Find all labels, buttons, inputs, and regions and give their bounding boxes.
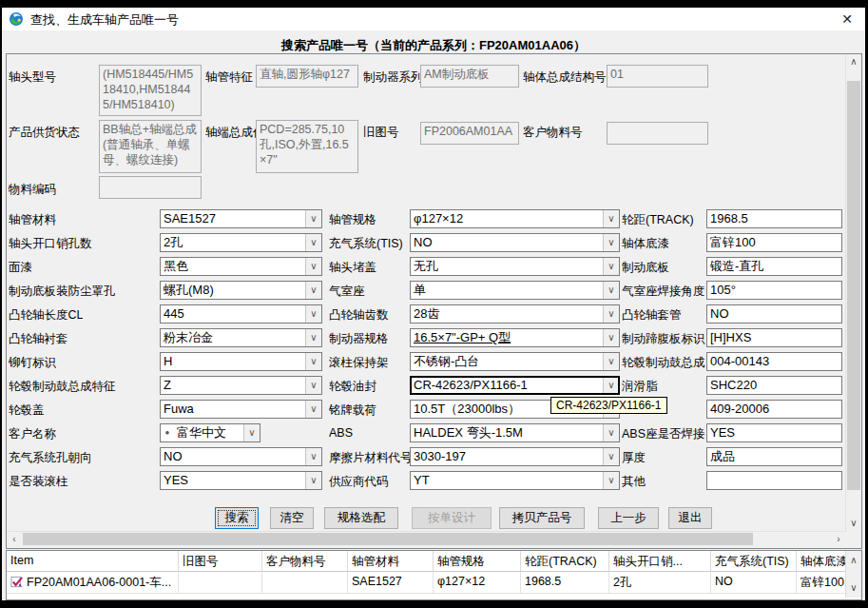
- table-cell[interactable]: SAE1527: [348, 572, 434, 594]
- field-combobox[interactable]: 16.5×7"-GP+ Q型∨: [410, 328, 620, 347]
- field-combobox[interactable]: 28齿∨: [410, 304, 620, 324]
- field-input[interactable]: YES: [706, 423, 842, 442]
- button-exit[interactable]: 退出: [668, 507, 712, 529]
- field-combobox[interactable]: 3030-197∨: [410, 447, 620, 466]
- table-cell[interactable]: FP20AM01AA06-0001-车...: [7, 572, 179, 594]
- field-combobox[interactable]: SAE1527∨: [160, 209, 322, 228]
- chevron-down-icon[interactable]: ∨: [603, 329, 619, 346]
- field-combobox[interactable]: 黑色∨: [160, 257, 322, 276]
- field-combobox[interactable]: CR-42623/PX1166-1∨: [410, 376, 620, 395]
- field-combobox[interactable]: H∨: [160, 352, 322, 371]
- field-input[interactable]: 409-20006: [706, 400, 842, 419]
- scroll-right-icon[interactable]: ›: [831, 532, 846, 546]
- table-column-header[interactable]: 充气系统(TIS): [711, 551, 797, 572]
- chevron-down-icon[interactable]: ∨: [603, 472, 619, 489]
- chevron-down-icon[interactable]: ∨: [305, 234, 321, 251]
- field-input[interactable]: 105°: [706, 281, 842, 300]
- table-cell[interactable]: 1968.5: [521, 572, 609, 594]
- field-combobox[interactable]: HALDEX 弯头-1.5M∨: [410, 423, 620, 442]
- table-scroll-up-icon[interactable]: ∧: [846, 553, 861, 568]
- form-row: 是否装滚柱YES∨供应商代码YT∨其他: [7, 470, 861, 494]
- field-combobox[interactable]: φ127×12∨: [410, 209, 620, 228]
- field-combobox[interactable]: Z∨: [160, 376, 322, 395]
- button-copy-product-no[interactable]: 拷贝产品号: [499, 507, 585, 529]
- scroll-down-icon[interactable]: ∨: [846, 516, 861, 531]
- chevron-down-icon[interactable]: ∨: [603, 377, 619, 394]
- info-label: 物料编码: [9, 182, 56, 198]
- chevron-down-icon[interactable]: ∨: [603, 210, 619, 227]
- panel-horizontal-scrollbar[interactable]: ‹ ›: [7, 531, 846, 547]
- chevron-down-icon[interactable]: ∨: [305, 282, 321, 299]
- chevron-down-icon[interactable]: ∨: [243, 424, 260, 441]
- chevron-down-icon[interactable]: ∨: [305, 401, 321, 418]
- field-combobox[interactable]: 粉末冶金∨: [160, 328, 322, 347]
- chevron-down-icon[interactable]: ∨: [603, 424, 619, 441]
- field-label: 凸轮轴齿数: [329, 307, 389, 324]
- field-input[interactable]: [H]HXS: [706, 328, 842, 347]
- field-combobox[interactable]: YT∨: [410, 471, 620, 490]
- field-combobox[interactable]: NO∨: [410, 233, 620, 252]
- chevron-down-icon[interactable]: ∨: [305, 448, 321, 465]
- horizontal-scroll-thumb[interactable]: [23, 533, 753, 545]
- chevron-down-icon[interactable]: ∨: [305, 258, 321, 275]
- chevron-down-icon[interactable]: ∨: [305, 329, 321, 346]
- field-combobox[interactable]: YES∨: [160, 471, 322, 490]
- field-value: NO: [411, 234, 603, 251]
- chevron-down-icon[interactable]: ∨: [305, 377, 321, 394]
- chevron-down-icon[interactable]: ∨: [305, 210, 321, 227]
- field-combobox[interactable]: 445∨: [160, 304, 322, 324]
- button-previous-step[interactable]: 上一步: [598, 507, 659, 529]
- table-cell[interactable]: [179, 572, 262, 594]
- chevron-down-icon[interactable]: ∨: [603, 305, 619, 323]
- field-combobox[interactable]: Fuwa∨: [160, 400, 322, 419]
- table-column-header[interactable]: 旧图号: [179, 551, 262, 572]
- field-input[interactable]: SHC220: [706, 376, 842, 395]
- field-input[interactable]: NO: [706, 304, 842, 324]
- chevron-down-icon[interactable]: ∨: [305, 305, 321, 323]
- chevron-down-icon[interactable]: ∨: [603, 353, 619, 370]
- table-column-header[interactable]: 轴管材料: [348, 551, 434, 572]
- table-cell[interactable]: NO: [711, 572, 797, 594]
- search-panel: 轴头型号 (HM518445/HM518410,HM518445/HM51841…: [6, 53, 862, 549]
- field-combobox[interactable]: 不锈钢-凸台∨: [410, 352, 620, 371]
- field-input[interactable]: 富锌100: [706, 233, 842, 252]
- field-input[interactable]: [706, 471, 842, 490]
- field-input[interactable]: 004-00143: [706, 352, 842, 371]
- chevron-down-icon[interactable]: ∨: [603, 282, 619, 299]
- scroll-up-icon[interactable]: ∧: [846, 54, 861, 69]
- chevron-down-icon[interactable]: ∨: [603, 448, 619, 465]
- vertical-scroll-thumb[interactable]: [847, 81, 860, 490]
- chevron-down-icon[interactable]: ∨: [305, 353, 321, 370]
- close-icon[interactable]: ✕: [838, 10, 857, 29]
- button-search[interactable]: 搜索: [215, 507, 259, 529]
- scroll-left-icon[interactable]: ‹: [7, 532, 22, 546]
- field-combobox[interactable]: 无孔∨: [410, 257, 620, 276]
- table-column-header[interactable]: Item: [7, 551, 179, 572]
- table-column-header[interactable]: 轴头开口销...: [609, 551, 711, 572]
- table-vertical-scrollbar[interactable]: ∧ ∨: [845, 551, 861, 598]
- customer-combobox[interactable]: ●富华中文∨: [160, 423, 260, 442]
- chevron-down-icon[interactable]: ∨: [603, 234, 619, 251]
- button-clear[interactable]: 清空: [270, 507, 314, 529]
- table-cell[interactable]: φ127×12: [434, 572, 521, 594]
- table-column-header[interactable]: 轴管规格: [434, 551, 521, 572]
- table-cell[interactable]: 富锌100: [797, 572, 851, 594]
- field-combobox[interactable]: NO∨: [160, 447, 322, 466]
- field-label: ABS座是否焊接: [622, 426, 705, 442]
- field-input[interactable]: 锻造-直孔: [706, 257, 842, 276]
- table-cell[interactable]: [262, 572, 348, 594]
- field-combobox[interactable]: 螺孔(M8)∨: [160, 281, 322, 300]
- button-spec-select[interactable]: 规格选配: [324, 507, 398, 529]
- chevron-down-icon[interactable]: ∨: [603, 258, 619, 275]
- field-combobox[interactable]: 单∨: [410, 281, 620, 300]
- table-column-header[interactable]: 轮距(TRACK): [521, 551, 609, 572]
- table-scroll-down-icon[interactable]: ∨: [846, 580, 861, 596]
- field-combobox[interactable]: 2孔∨: [160, 233, 322, 252]
- table-column-header[interactable]: 客户物料号: [262, 551, 348, 572]
- chevron-down-icon[interactable]: ∨: [305, 472, 321, 489]
- field-input[interactable]: 成品: [706, 447, 842, 466]
- table-column-header[interactable]: 轴体底漆: [797, 551, 851, 572]
- panel-vertical-scrollbar[interactable]: ∧ ∨: [845, 54, 861, 531]
- table-cell[interactable]: 2孔: [609, 572, 711, 594]
- field-input[interactable]: 1968.5: [706, 209, 842, 228]
